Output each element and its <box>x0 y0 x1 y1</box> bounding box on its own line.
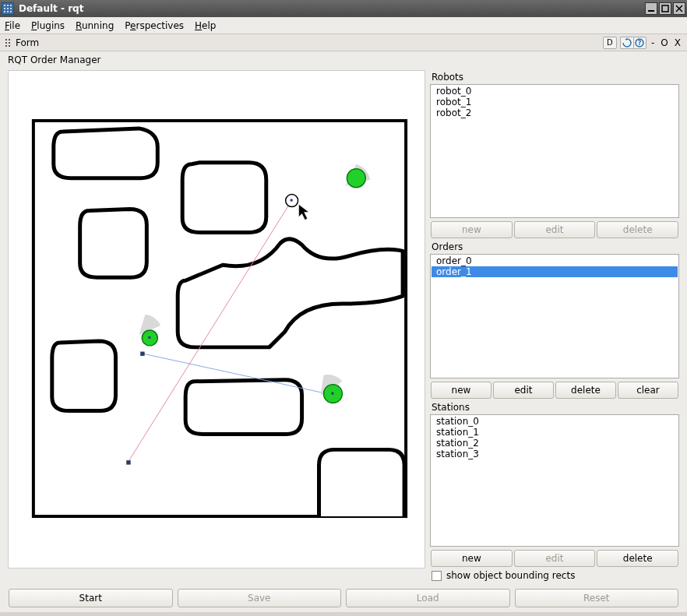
svg-point-5 <box>10 8 12 9</box>
robots-label: Robots <box>430 70 679 83</box>
list-item[interactable]: station_0 <box>432 416 678 427</box>
x-label[interactable]: X <box>673 37 682 48</box>
stations-label: Stations <box>430 400 679 413</box>
svg-rect-16 <box>148 336 150 339</box>
map-canvas[interactable] <box>8 70 425 568</box>
window-minimize-button[interactable] <box>645 2 657 15</box>
svg-rect-19 <box>291 199 293 202</box>
svg-rect-9 <box>648 10 654 12</box>
list-item[interactable]: order_1 <box>432 266 678 277</box>
help-icon[interactable]: ? <box>633 37 646 49</box>
dash-label: - <box>650 37 656 48</box>
menu-plugins[interactable]: Plugins <box>31 20 65 31</box>
orders-delete-button[interactable]: delete <box>555 382 616 399</box>
orders-new-button[interactable]: new <box>431 382 491 399</box>
start-button[interactable]: Start <box>9 589 173 607</box>
menu-file[interactable]: File <box>5 20 20 31</box>
svg-point-3 <box>4 8 5 9</box>
svg-point-0 <box>4 5 5 6</box>
robots-delete-button: delete <box>597 221 678 238</box>
robots-new-button: new <box>431 221 513 238</box>
stations-new-button[interactable]: new <box>431 550 513 567</box>
refresh-icon[interactable] <box>620 37 633 49</box>
app-icon <box>2 2 14 15</box>
robot-marker[interactable] <box>347 169 365 188</box>
menu-help[interactable]: Help <box>195 20 216 31</box>
list-item[interactable]: station_1 <box>432 427 678 438</box>
stations-delete-button[interactable]: delete <box>597 550 678 567</box>
list-item[interactable]: station_3 <box>432 449 678 459</box>
window-close-button[interactable] <box>673 2 685 15</box>
window-maximize-button[interactable] <box>659 2 671 15</box>
svg-point-4 <box>7 8 9 9</box>
svg-rect-20 <box>140 352 144 356</box>
list-item[interactable]: station_2 <box>432 438 678 449</box>
save-button: Save <box>178 589 342 607</box>
form-label: Form <box>16 37 39 48</box>
menu-perspectives[interactable]: Perspectives <box>125 20 184 31</box>
orders-listbox[interactable]: order_0 order_1 <box>430 254 679 378</box>
stations-listbox[interactable]: station_0 station_1 station_2 station_3 <box>430 414 679 547</box>
dock-button[interactable]: D <box>603 37 617 49</box>
menu-running[interactable]: Running <box>76 20 114 31</box>
list-item[interactable]: robot_2 <box>432 107 678 118</box>
orders-clear-button[interactable]: clear <box>618 382 678 399</box>
list-item[interactable]: order_0 <box>432 255 678 266</box>
list-item[interactable]: robot_0 <box>432 86 678 97</box>
page-subtitle: RQT Order Manager <box>0 51 687 67</box>
orders-edit-button[interactable]: edit <box>493 382 554 399</box>
robots-edit-button: edit <box>514 221 596 238</box>
show-bounding-rects-checkbox[interactable] <box>432 571 442 581</box>
svg-point-8 <box>10 11 12 12</box>
window-title: Default - rqt <box>19 3 643 14</box>
svg-rect-10 <box>662 5 668 12</box>
svg-rect-17 <box>331 392 333 395</box>
svg-text:?: ? <box>638 40 642 47</box>
reset-button: Reset <box>515 589 679 607</box>
menubar: File Plugins Running Perspectives Help <box>0 17 687 34</box>
load-button: Load <box>346 589 510 607</box>
list-item[interactable]: robot_1 <box>432 97 678 107</box>
show-bounding-rects-label: show object bounding rects <box>446 570 575 581</box>
robots-listbox[interactable]: robot_0 robot_1 robot_2 <box>430 84 679 218</box>
stations-edit-button: edit <box>514 550 596 567</box>
svg-point-7 <box>7 11 9 12</box>
o-label[interactable]: O <box>659 37 669 48</box>
orders-label: Orders <box>430 240 679 252</box>
svg-point-6 <box>4 11 5 12</box>
svg-rect-21 <box>126 460 130 464</box>
svg-point-2 <box>10 5 12 6</box>
svg-point-1 <box>7 5 9 6</box>
window-titlebar: Default - rqt <box>0 0 687 17</box>
toolbar-grip-icon[interactable] <box>5 37 12 48</box>
toolbar: Form D ? - O X <box>0 34 687 51</box>
